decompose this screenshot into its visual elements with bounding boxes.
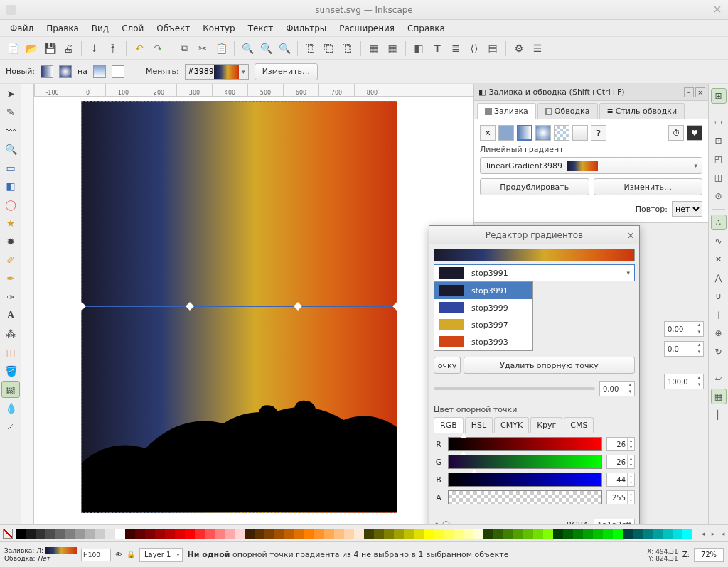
palette-swatch[interactable] — [643, 529, 653, 539]
open-icon[interactable]: 📂 — [23, 40, 40, 57]
channel-b-slider[interactable] — [448, 472, 602, 487]
palette-swatch[interactable] — [354, 529, 364, 539]
bezier-tool[interactable]: ✒ — [1, 270, 20, 287]
snap-grid-button[interactable]: ▦ — [711, 389, 727, 404]
palette-swatch[interactable] — [404, 529, 414, 539]
menu-help[interactable]: Справка — [402, 21, 451, 36]
channel-b-value[interactable]: 44▴▾ — [606, 472, 635, 487]
fill-stroke-icon[interactable]: ◧ — [410, 40, 427, 57]
palette-swatch[interactable] — [235, 529, 245, 539]
color-tab-cms[interactable]: CMS — [564, 417, 594, 433]
gradient-handle-stop[interactable] — [186, 302, 193, 310]
pencil-tool[interactable]: ✐ — [1, 252, 20, 269]
palette-swatch[interactable] — [294, 529, 304, 539]
gradient-vector-line[interactable] — [82, 306, 397, 307]
channel-a-value[interactable]: 255▴▾ — [606, 490, 635, 504]
offset-slider[interactable] — [434, 387, 595, 390]
tab-fill[interactable]: Заливка — [477, 103, 536, 119]
doc-props-icon[interactable]: ☰ — [529, 40, 546, 57]
paint-swatch-button[interactable] — [572, 125, 588, 141]
print-icon[interactable]: 🖨 — [60, 40, 77, 57]
layer-visible-icon[interactable]: 👁 — [115, 551, 122, 558]
paint-flat-button[interactable] — [498, 125, 514, 141]
zoom-tool[interactable]: 🔍 — [1, 141, 20, 158]
palette-swatch[interactable] — [483, 529, 493, 539]
palette-swatch[interactable] — [175, 529, 185, 539]
status-stroke-value[interactable]: Нет — [38, 555, 50, 562]
palette-swatch[interactable] — [95, 529, 105, 539]
window-minimize-button[interactable] — [6, 5, 16, 15]
menu-path[interactable]: Контур — [197, 21, 240, 36]
palette-swatch[interactable] — [65, 529, 75, 539]
channel-g-value[interactable]: 26▴▾ — [606, 455, 635, 469]
palette-menu-icon[interactable]: ◂ — [718, 530, 728, 537]
palette-swatch[interactable] — [434, 529, 444, 539]
snap-edge-button[interactable]: ⊡ — [711, 133, 727, 148]
menu-file[interactable]: Файл — [4, 21, 39, 36]
dock-close-icon[interactable]: × — [695, 87, 705, 97]
palette-swatch[interactable] — [543, 529, 553, 539]
menu-edit[interactable]: Правка — [41, 21, 85, 36]
palette-swatch[interactable] — [533, 529, 543, 539]
export-icon[interactable]: ⭱ — [105, 40, 122, 57]
palette-swatch[interactable] — [245, 529, 255, 539]
tab-stroke-style[interactable]: ≡Стиль обводки — [599, 103, 685, 119]
palette-swatch[interactable] — [682, 529, 692, 539]
connector-tool[interactable]: ⟋ — [1, 418, 20, 435]
dialog-close-button[interactable]: × — [626, 230, 635, 241]
dock-minimize-icon[interactable]: – — [684, 87, 694, 97]
snap-page-button[interactable]: ▱ — [711, 370, 727, 386]
palette-scroll-right[interactable]: ▸ — [708, 530, 718, 537]
palette-swatch[interactable] — [384, 529, 394, 539]
palette-swatch[interactable] — [414, 529, 424, 539]
zoom-fit-icon[interactable]: 🔍 — [239, 40, 256, 57]
snap-intersect-button[interactable]: ✕ — [711, 252, 727, 267]
palette-swatch[interactable] — [205, 529, 215, 539]
palette-swatch[interactable] — [513, 529, 523, 539]
snap-obj-center-button[interactable]: ⊕ — [711, 325, 727, 341]
text-props-icon[interactable]: T — [429, 40, 446, 57]
status-opacity-spinner[interactable]: Н100 — [81, 549, 111, 561]
palette-swatch[interactable] — [304, 529, 314, 539]
palette-swatch[interactable] — [195, 529, 205, 539]
palette-swatch[interactable] — [255, 529, 264, 539]
palette-swatch[interactable] — [16, 529, 26, 539]
selector-tool[interactable]: ➤ — [1, 85, 20, 102]
eraser-tool[interactable]: ◫ — [1, 344, 20, 361]
paint-none-button[interactable]: ✕ — [480, 125, 496, 141]
palette-swatch[interactable] — [324, 529, 334, 539]
stop-option[interactable]: stop3997 — [434, 316, 532, 333]
palette-swatch[interactable] — [593, 529, 603, 539]
palette-swatch[interactable] — [523, 529, 533, 539]
group-icon[interactable]: ▦ — [365, 40, 382, 57]
unlink-icon[interactable]: ⿻ — [339, 40, 356, 57]
stop-option[interactable]: stop3993 — [434, 333, 532, 350]
paint-dropper-icon[interactable]: ♥ — [687, 125, 702, 141]
window-close-button[interactable]: × — [712, 5, 722, 15]
menu-view[interactable]: Вид — [86, 21, 114, 36]
palette-swatch[interactable] — [374, 529, 384, 539]
gradient-id-input[interactable] — [186, 67, 214, 76]
add-stop-button-partial[interactable]: очку — [434, 357, 461, 374]
palette-swatch[interactable] — [46, 529, 55, 539]
gradient-handle-start[interactable] — [77, 302, 85, 310]
clone-icon[interactable]: ⿻ — [321, 40, 338, 57]
palette-swatch[interactable] — [623, 529, 633, 539]
edit-gradient-button-2[interactable]: Изменить… — [594, 178, 703, 195]
color-tab-cmyk[interactable]: CMYK — [494, 417, 529, 433]
palette-swatch[interactable] — [613, 529, 623, 539]
paint-radial-button[interactable] — [535, 125, 551, 141]
snap-line-mid-button[interactable]: ⟊ — [711, 307, 727, 323]
cut-icon[interactable]: ✂ — [194, 40, 211, 57]
3dbox-tool[interactable]: ◧ — [1, 178, 20, 195]
palette-swatch[interactable] — [85, 529, 95, 539]
zoom-drawing-icon[interactable]: 🔍 — [257, 40, 274, 57]
palette-swatch[interactable] — [26, 529, 36, 539]
gradient-tool[interactable]: ▧ — [1, 381, 20, 398]
snap-enable-button[interactable]: ⊞ — [711, 88, 727, 104]
palette-swatch[interactable] — [493, 529, 503, 539]
channel-g-slider[interactable] — [448, 455, 602, 469]
palette-swatch[interactable] — [55, 529, 65, 539]
snap-center-button[interactable]: ⊙ — [711, 188, 727, 204]
new-linear-button[interactable] — [41, 65, 53, 78]
